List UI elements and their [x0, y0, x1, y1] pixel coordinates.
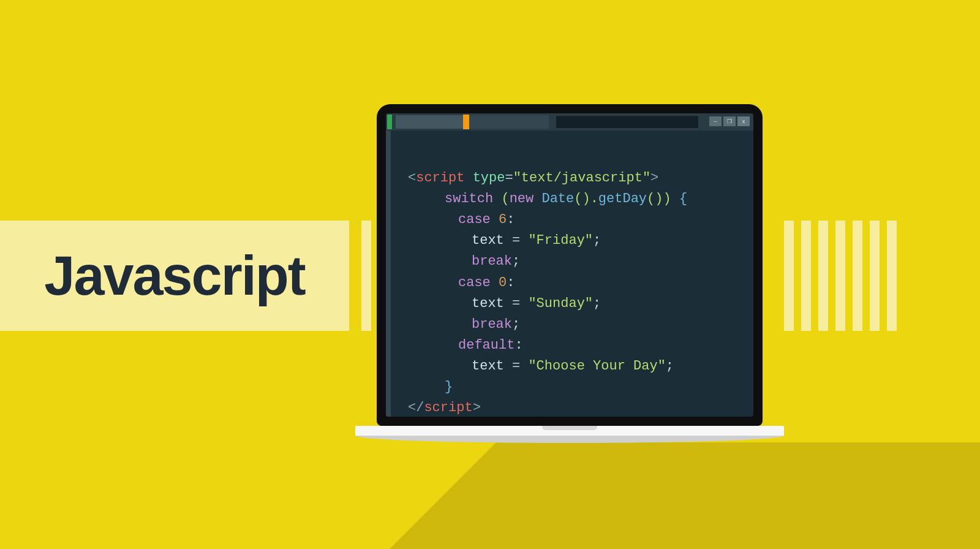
editor-tab[interactable]	[469, 115, 549, 129]
code-token: =	[512, 233, 528, 248]
code-token: </	[408, 400, 424, 415]
code-token: case	[458, 275, 499, 290]
code-token: ;	[593, 233, 601, 248]
code-token: <	[408, 170, 416, 186]
code-token: "text/javascript"	[513, 170, 650, 186]
code-token: default	[458, 338, 514, 353]
laptop-screen: – ❐ x <script type="text/javascript"> sw…	[386, 113, 753, 417]
maximize-button[interactable]: ❐	[723, 116, 736, 126]
laptop-lid: – ❐ x <script type="text/javascript"> sw…	[377, 104, 763, 426]
code-token: (	[501, 191, 509, 206]
code-token: script	[424, 400, 472, 415]
code-token: }	[445, 379, 453, 395]
window-controls: – ❐ x	[709, 116, 750, 126]
code-token: text	[472, 296, 512, 311]
code-token: ())	[647, 191, 671, 206]
code-token: type	[473, 170, 505, 186]
code-token: "Friday"	[528, 233, 593, 248]
code-token: ;	[512, 317, 520, 332]
code-token: 6	[499, 212, 507, 227]
editor-tab[interactable]	[396, 115, 463, 129]
active-tab-indicator	[387, 115, 392, 129]
decorative-stripes-right	[784, 221, 897, 331]
code-token: 0	[499, 275, 507, 290]
code-token: "Sunday"	[528, 296, 593, 311]
code-token: switch	[445, 191, 501, 206]
code-token: ;	[666, 358, 674, 374]
poster: Javascript – ❐	[0, 0, 980, 549]
code-token: {	[679, 191, 687, 206]
editor-gutter	[386, 131, 391, 417]
code-token: >	[650, 170, 658, 186]
editor-tab-divider	[463, 115, 469, 129]
code-token: text	[472, 358, 512, 374]
minimize-button[interactable]: –	[709, 116, 722, 126]
code-token: :	[514, 338, 522, 353]
code-block: <script type="text/javascript"> switch (…	[408, 147, 744, 417]
code-token: ().	[574, 191, 598, 206]
code-token: :	[507, 212, 514, 227]
title-ribbon: Javascript	[0, 221, 349, 331]
code-token: ;	[512, 254, 520, 269]
laptop-shadow	[0, 442, 980, 549]
code-token: new	[510, 191, 542, 206]
close-button[interactable]: x	[737, 116, 750, 126]
title-text: Javascript	[44, 248, 304, 303]
stage: Javascript – ❐	[0, 0, 980, 549]
code-token: case	[458, 212, 499, 227]
laptop-base	[355, 426, 784, 444]
code-token: :	[507, 275, 514, 290]
code-token: =	[512, 296, 528, 311]
code-token: "Choose Your Day"	[528, 358, 665, 374]
code-token: break	[472, 317, 512, 332]
code-token: ;	[593, 296, 601, 311]
editor-path-bar	[556, 116, 698, 128]
code-token: Date	[541, 191, 574, 206]
code-token: =	[505, 170, 513, 186]
code-token: =	[512, 358, 528, 374]
laptop: – ❐ x <script type="text/javascript"> sw…	[355, 104, 784, 444]
code-token: break	[472, 254, 512, 269]
code-token: script	[416, 170, 464, 186]
code-token	[671, 191, 679, 206]
code-token	[464, 170, 472, 186]
code-token: text	[472, 233, 512, 248]
code-token: >	[473, 400, 481, 415]
code-token: getDay	[598, 191, 647, 206]
editor-titlebar: – ❐ x	[386, 113, 753, 131]
